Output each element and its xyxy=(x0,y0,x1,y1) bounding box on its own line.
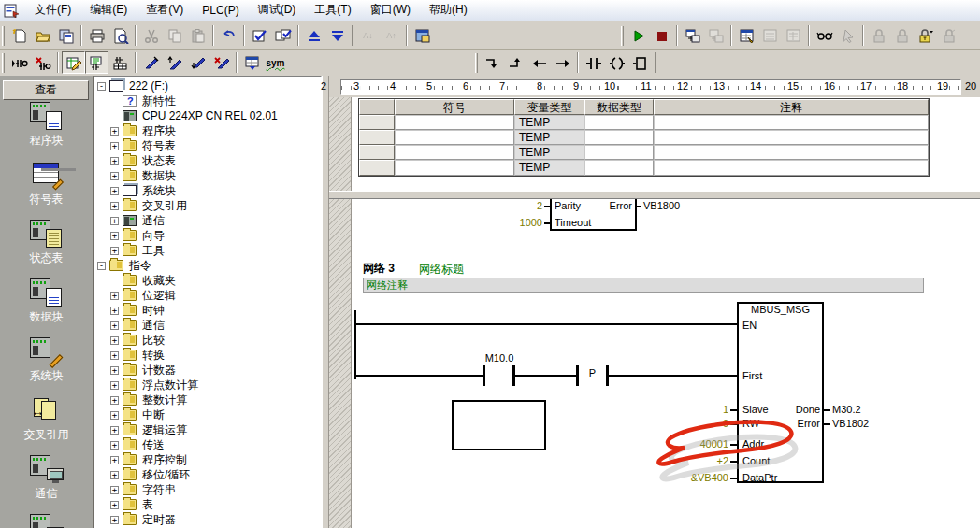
bookmark-next-button[interactable] xyxy=(890,24,914,47)
tree-item-tools[interactable]: +工具 xyxy=(97,243,321,258)
cell-data-type[interactable] xyxy=(584,115,654,130)
timeout-pin[interactable]: Timeout xyxy=(555,217,591,228)
toolbar-grip[interactable] xyxy=(2,26,5,46)
lad-view-button[interactable] xyxy=(62,51,85,74)
view-symbols-button[interactable] xyxy=(813,24,836,47)
parity-pin[interactable]: Parity xyxy=(555,200,581,211)
dataptr-value[interactable]: &VB400 xyxy=(647,472,728,483)
menu-window[interactable]: 窗口(W) xyxy=(361,0,420,21)
row-selector[interactable] xyxy=(359,115,395,130)
cell-comment[interactable] xyxy=(654,130,929,145)
stop-button[interactable] xyxy=(650,24,673,47)
tree-item-clock[interactable]: +时钟 xyxy=(97,303,321,318)
paste-button[interactable] xyxy=(186,24,209,47)
expand-icon[interactable]: + xyxy=(110,142,119,150)
save-all-button[interactable] xyxy=(54,24,78,47)
expand-icon[interactable]: + xyxy=(110,127,119,136)
download-button[interactable] xyxy=(325,24,349,47)
count-value[interactable]: +2 xyxy=(647,455,728,466)
print-preview-button[interactable] xyxy=(108,24,132,47)
cut-button[interactable] xyxy=(139,24,163,47)
upload-button[interactable] xyxy=(302,24,325,47)
done-operand[interactable]: M30.2 xyxy=(832,404,861,415)
view-bar-header[interactable]: 查看 xyxy=(3,80,89,100)
cell-comment[interactable] xyxy=(654,145,929,160)
tree-item-status-chart[interactable]: +状态表 xyxy=(97,153,321,168)
menu-help[interactable]: 帮助(H) xyxy=(420,0,477,21)
expand-icon[interactable]: + xyxy=(110,411,119,420)
cell-symbol[interactable] xyxy=(395,145,514,160)
horizontal-splitter[interactable] xyxy=(329,191,980,199)
undo-button[interactable] xyxy=(217,24,240,47)
expand-icon[interactable]: + xyxy=(110,441,119,450)
network-comment-bar[interactable]: 网络注释 xyxy=(363,278,924,293)
row-selector[interactable] xyxy=(359,160,395,176)
nav-communications[interactable]: 通信 xyxy=(0,455,93,502)
tree-item-favorites[interactable]: 收藏夹 xyxy=(97,273,321,288)
parity-value[interactable]: 2 xyxy=(516,200,542,211)
program-status-button[interactable] xyxy=(681,24,704,47)
expand-icon[interactable]: + xyxy=(110,217,119,225)
cell-comment[interactable] xyxy=(654,160,929,176)
tree-item-system-block[interactable]: +系统块 xyxy=(97,183,321,198)
app-icon[interactable] xyxy=(4,4,20,18)
menu-debug[interactable]: 调试(D) xyxy=(249,0,306,21)
expand-icon[interactable]: + xyxy=(110,486,119,494)
options-button[interactable] xyxy=(411,24,434,47)
compile-button[interactable] xyxy=(248,24,271,47)
print-button[interactable] xyxy=(85,24,108,47)
toolbar-grip[interactable] xyxy=(2,53,5,73)
nav-data-block[interactable]: 数据块 xyxy=(0,278,93,325)
line-down-button[interactable] xyxy=(481,51,504,74)
expand-icon[interactable]: + xyxy=(110,157,119,165)
bookmark-clear-button[interactable] xyxy=(937,24,960,47)
expand-icon[interactable]: + xyxy=(110,321,119,330)
tree-item-whats-new[interactable]: 新特性 xyxy=(97,93,321,108)
tree-item-floating-math[interactable]: +浮点数计算 xyxy=(97,378,321,392)
tree-item-string[interactable]: +字符串 xyxy=(97,482,321,497)
expand-icon[interactable]: + xyxy=(110,351,119,360)
expand-icon[interactable]: + xyxy=(110,396,119,405)
tree-item-symbol-table[interactable]: +符号表 xyxy=(97,138,321,153)
bookmark-toggle-button[interactable] xyxy=(867,24,890,47)
delete-network-button[interactable] xyxy=(209,51,233,74)
tree-item-data-block[interactable]: +数据块 xyxy=(97,168,321,183)
pointer-button[interactable] xyxy=(836,24,859,47)
cell-var-type[interactable]: TEMP xyxy=(514,115,584,130)
expand-icon[interactable]: + xyxy=(110,172,119,180)
network-title[interactable]: 网络标题 xyxy=(419,262,464,278)
cell-data-type[interactable] xyxy=(584,145,654,160)
tree-item-integer-math[interactable]: +整数计算 xyxy=(97,392,321,407)
tree-item-move[interactable]: +传送 xyxy=(97,437,321,452)
empty-operand-box[interactable] xyxy=(452,400,546,450)
tree-item-compare[interactable]: +比较 xyxy=(97,333,321,348)
menu-plc[interactable]: PLC(P) xyxy=(193,1,248,21)
tree-item-program-control[interactable]: +程序控制 xyxy=(97,452,321,467)
new-button[interactable] xyxy=(7,24,31,47)
tree-item-counters[interactable]: +计数器 xyxy=(97,363,321,378)
tree-item-communications[interactable]: +通信 xyxy=(97,213,321,228)
symbol-table-button[interactable] xyxy=(240,51,264,74)
nav-cross-reference[interactable]: 交叉引用 xyxy=(0,396,93,443)
table-view-button[interactable] xyxy=(108,51,132,74)
cell-symbol[interactable] xyxy=(395,130,514,145)
header-data-type[interactable]: 数据类型 xyxy=(584,99,654,115)
contact-button[interactable] xyxy=(582,51,605,74)
cell-var-type[interactable]: TEMP xyxy=(514,130,584,145)
tree-item-wizards[interactable]: +向导 xyxy=(97,228,321,243)
nav-program-block[interactable]: 程序块 xyxy=(0,102,93,149)
menu-tools[interactable]: 工具(T) xyxy=(305,0,360,21)
insert-element-button[interactable] xyxy=(7,51,31,74)
tree-item-table[interactable]: +表 xyxy=(97,497,321,512)
tree-item-instructions[interactable]: -指令 xyxy=(97,258,321,273)
line-left-button[interactable] xyxy=(527,51,551,74)
error-pin[interactable]: Error xyxy=(589,200,632,211)
insert-network-button[interactable] xyxy=(139,51,163,74)
tree-item-project[interactable]: -222 (F:) xyxy=(97,78,321,93)
status-chart-button[interactable] xyxy=(735,24,758,47)
tree-item-program-block[interactable]: +程序块 xyxy=(97,123,321,138)
expand-icon[interactable]: + xyxy=(110,292,119,300)
expand-icon[interactable]: + xyxy=(110,471,119,479)
timeout-value[interactable]: 1000 xyxy=(511,217,542,228)
cell-var-type[interactable]: TEMP xyxy=(514,145,584,160)
